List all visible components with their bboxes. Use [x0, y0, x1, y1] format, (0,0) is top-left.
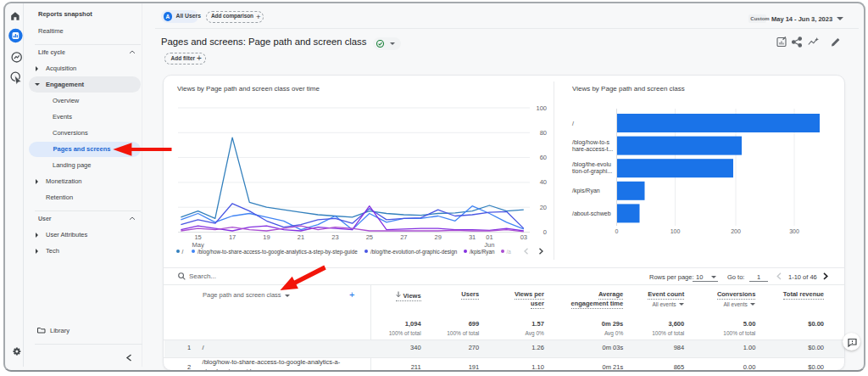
svg-text:100: 100 — [536, 104, 547, 112]
svg-text:03: 03 — [520, 233, 527, 241]
svg-text:0: 0 — [543, 228, 547, 236]
svg-text:17: 17 — [229, 233, 236, 241]
svg-text:/about-schweb: /about-schweb — [572, 210, 611, 216]
svg-text:01: 01 — [486, 233, 492, 241]
svg-text:60: 60 — [540, 154, 547, 161]
svg-text:tion-of-graphi...: tion-of-graphi... — [572, 168, 612, 175]
svg-text:29: 29 — [435, 233, 442, 241]
svg-text:May: May — [192, 241, 204, 249]
svg-text:/: / — [572, 121, 574, 126]
svg-text:27: 27 — [400, 233, 407, 241]
svg-text:23: 23 — [331, 233, 338, 241]
svg-text:Jun: Jun — [484, 241, 494, 249]
svg-text:20: 20 — [540, 204, 547, 211]
svg-text:40: 40 — [540, 178, 547, 186]
svg-text:/blog/the-evolu: /blog/the-evolu — [572, 161, 611, 168]
svg-text:/kpis/Ryan: /kpis/Ryan — [572, 188, 600, 194]
svg-text:300: 300 — [789, 228, 799, 234]
svg-text:80: 80 — [540, 129, 547, 137]
svg-text:/blog/how-to-s: /blog/how-to-s — [572, 139, 609, 146]
svg-text:21: 21 — [298, 233, 304, 241]
svg-text:15: 15 — [194, 233, 201, 241]
svg-text:100: 100 — [670, 228, 681, 234]
svg-text:hare-access-t...: hare-access-t... — [572, 146, 613, 152]
svg-text:25: 25 — [366, 233, 373, 241]
svg-text:0: 0 — [615, 228, 619, 234]
svg-text:200: 200 — [731, 228, 741, 234]
svg-text:19: 19 — [263, 233, 270, 241]
svg-text:31: 31 — [469, 233, 476, 241]
